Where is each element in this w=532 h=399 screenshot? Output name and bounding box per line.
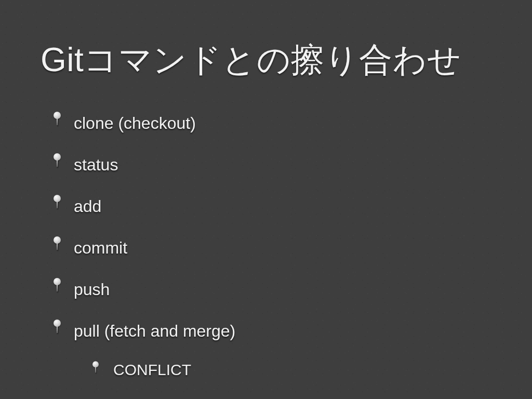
- list-item: clone (checkout): [52, 115, 491, 131]
- list-item-label: pull (fetch and merge): [74, 322, 235, 340]
- pushpin-icon: [52, 320, 62, 335]
- list-item-label: commit: [74, 238, 127, 257]
- list-item-label: status: [74, 155, 118, 174]
- list-item-label: clone (checkout): [74, 114, 196, 132]
- list-item: add: [52, 198, 491, 215]
- list-item: CONFLICT: [90, 362, 491, 378]
- pushpin-icon: [91, 361, 100, 375]
- sub-bullet-list: CONFLICT: [74, 362, 491, 378]
- pushpin-icon: [52, 195, 62, 210]
- slide: Gitコマンドとの擦り合わせ clone (checkout) status a…: [0, 0, 532, 399]
- list-item-label: push: [74, 280, 110, 299]
- pushpin-icon: [52, 153, 62, 169]
- slide-title: Gitコマンドとの擦り合わせ: [41, 37, 491, 83]
- bullet-list: clone (checkout) status add commit push …: [41, 115, 491, 378]
- list-item: status: [52, 156, 491, 173]
- pushpin-icon: [52, 278, 62, 294]
- list-item: push: [52, 281, 491, 298]
- pushpin-icon: [52, 112, 62, 127]
- pushpin-icon: [52, 236, 62, 252]
- list-item-label: add: [74, 197, 101, 216]
- list-item-label: CONFLICT: [113, 361, 191, 378]
- list-item: commit: [52, 240, 491, 256]
- list-item: pull (fetch and merge) CONFLICT: [52, 323, 491, 378]
